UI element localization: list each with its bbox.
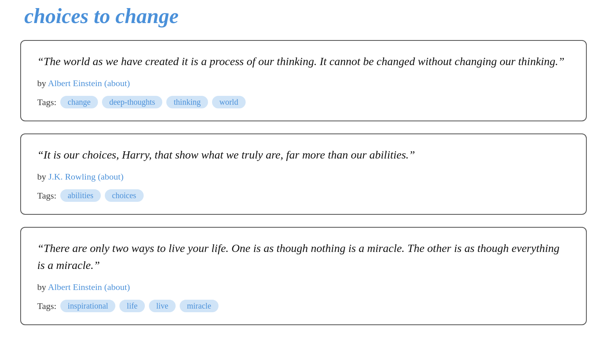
quotes-container: “The world as we have created it is a pr… (0, 40, 607, 325)
author-about-2[interactable]: (about) (98, 171, 124, 182)
quote-author-line-2: by J.K. Rowling (about) (37, 171, 570, 182)
by-label-1: by (37, 78, 46, 88)
tag-thinking[interactable]: thinking (166, 96, 208, 108)
tag-live[interactable]: live (149, 300, 176, 312)
quote-text-3: “There are only two ways to live your li… (37, 240, 570, 274)
quote-card-1: “The world as we have created it is a pr… (20, 40, 587, 121)
tag-miracle[interactable]: miracle (180, 300, 219, 312)
author-about-3[interactable]: (about) (104, 282, 130, 292)
tag-inspirational[interactable]: inspirational (60, 300, 115, 312)
tags-line-3: Tags: inspirational life live miracle (37, 300, 570, 312)
page-title: choices to change (0, 0, 607, 40)
tag-abilities[interactable]: abilities (60, 189, 100, 202)
by-label-3: by (37, 282, 46, 292)
author-name-2[interactable]: J.K. Rowling (49, 171, 96, 182)
tags-line-2: Tags: abilities choices (37, 189, 570, 202)
quote-author-line-3: by Albert Einstein (about) (37, 282, 570, 292)
tag-deep-thoughts[interactable]: deep-thoughts (102, 96, 162, 108)
quote-author-line-1: by Albert Einstein (about) (37, 78, 570, 89)
tags-label-3: Tags: (37, 301, 56, 311)
quote-text-1: “The world as we have created it is a pr… (37, 53, 570, 70)
author-name-3[interactable]: Albert Einstein (48, 282, 102, 292)
tag-choices[interactable]: choices (105, 189, 144, 202)
tags-line-1: Tags: change deep-thoughts thinking worl… (37, 96, 570, 108)
by-label-2: by (37, 171, 46, 182)
tags-label-2: Tags: (37, 190, 56, 201)
quote-text-2: “It is our choices, Harry, that show wha… (37, 146, 570, 163)
quote-card-3: “There are only two ways to live your li… (20, 227, 587, 325)
tags-label-1: Tags: (37, 97, 56, 108)
tag-life[interactable]: life (119, 300, 145, 312)
tag-world[interactable]: world (212, 96, 246, 108)
tag-change[interactable]: change (60, 96, 98, 108)
author-name-1[interactable]: Albert Einstein (48, 78, 102, 88)
quote-card-2: “It is our choices, Harry, that show wha… (20, 133, 587, 215)
author-about-1[interactable]: (about) (104, 78, 130, 88)
